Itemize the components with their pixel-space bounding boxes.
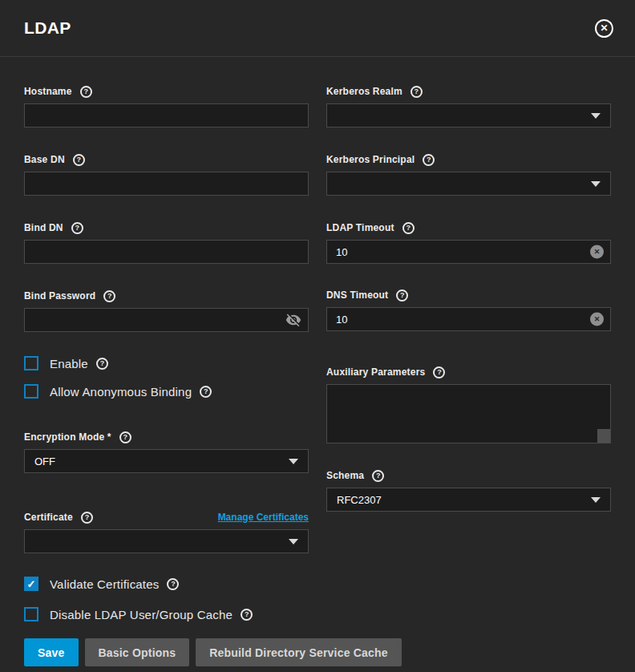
validate-certificates-label: Validate Certificates xyxy=(50,577,159,591)
bind-dn-label: Bind DN xyxy=(24,222,63,233)
certificate-field: Certificate ? Manage Certificates xyxy=(24,511,309,553)
help-icon[interactable]: ? xyxy=(80,86,92,98)
bind-password-input[interactable] xyxy=(24,308,309,332)
auxiliary-parameters-field: Auxiliary Parameters ? xyxy=(326,366,611,443)
help-icon[interactable]: ? xyxy=(73,154,85,166)
ldap-form: Hostname ? Base DN ? Bind DN xyxy=(0,57,635,621)
bind-dn-input[interactable] xyxy=(24,240,309,264)
help-icon[interactable]: ? xyxy=(423,154,435,166)
help-icon[interactable]: ? xyxy=(71,222,83,234)
clear-icon[interactable]: ✕ xyxy=(590,313,604,326)
schema-select[interactable]: RFC2307 xyxy=(326,488,611,512)
base-dn-input[interactable] xyxy=(24,172,309,196)
auxiliary-parameters-textarea[interactable] xyxy=(326,384,611,443)
bind-password-field: Bind Password ? xyxy=(24,289,309,332)
schema-label: Schema xyxy=(326,470,364,481)
basic-options-button[interactable]: Basic Options xyxy=(85,638,190,666)
kerberos-realm-label: Kerberos Realm xyxy=(326,86,402,97)
auxiliary-parameters-label: Auxiliary Parameters xyxy=(326,366,425,378)
allow-anonymous-binding-row[interactable]: Allow Anonymous Binding ? xyxy=(24,384,309,399)
hostname-input[interactable] xyxy=(24,103,309,128)
kerberos-principal-select[interactable] xyxy=(326,172,611,196)
chevron-down-icon xyxy=(289,539,298,544)
base-dn-label: Base DN xyxy=(24,154,65,165)
kerberos-principal-label: Kerberos Principal xyxy=(326,154,415,165)
help-icon[interactable]: ? xyxy=(96,358,108,370)
form-left-column: Hostname ? Base DN ? Bind DN xyxy=(24,85,309,621)
bind-password-label: Bind Password xyxy=(24,290,95,302)
validate-certificates-checkbox[interactable] xyxy=(24,577,38,591)
help-icon[interactable]: ? xyxy=(103,290,115,302)
clear-icon[interactable]: ✕ xyxy=(590,245,604,259)
help-icon[interactable]: ? xyxy=(167,578,179,590)
resize-handle[interactable] xyxy=(597,429,610,443)
help-icon[interactable]: ? xyxy=(81,512,93,524)
form-right-column: Kerberos Realm ? Kerberos Principal ? xyxy=(326,85,611,621)
help-icon[interactable]: ? xyxy=(241,609,253,621)
chevron-down-icon xyxy=(591,497,601,503)
help-icon[interactable]: ? xyxy=(119,431,131,443)
enable-label: Enable xyxy=(50,357,88,370)
visibility-off-icon[interactable] xyxy=(285,312,301,328)
ldap-timeout-label: LDAP Timeout xyxy=(326,222,394,233)
disable-ldap-cache-row[interactable]: Disable LDAP User/Group Cache ? xyxy=(24,607,309,621)
help-icon[interactable]: ? xyxy=(396,289,408,302)
allow-anonymous-binding-label: Allow Anonymous Binding xyxy=(50,385,192,399)
allow-anonymous-binding-checkbox[interactable] xyxy=(24,384,38,399)
close-icon[interactable]: ✕ xyxy=(595,19,613,38)
encryption-mode-field: Encryption Mode * ? OFF xyxy=(24,431,309,473)
enable-checkbox[interactable] xyxy=(24,356,38,370)
chevron-down-icon xyxy=(591,181,601,187)
dialog-header: LDAP ✕ xyxy=(0,0,635,57)
bind-dn-field: Bind DN ? xyxy=(24,221,309,264)
encryption-mode-select[interactable]: OFF xyxy=(24,449,309,473)
save-button[interactable]: Save xyxy=(24,638,79,666)
enable-checkbox-row[interactable]: Enable ? xyxy=(24,356,309,370)
hostname-label: Hostname xyxy=(24,86,72,97)
manage-certificates-link[interactable]: Manage Certificates xyxy=(218,512,309,523)
kerberos-realm-field: Kerberos Realm ? xyxy=(326,85,611,128)
ldap-dialog: LDAP ✕ Hostname ? Base DN ? xyxy=(0,0,635,672)
ldap-timeout-input[interactable] xyxy=(326,240,611,264)
dns-timeout-label: DNS Timeout xyxy=(326,289,388,301)
dns-timeout-input[interactable] xyxy=(326,307,611,331)
dialog-footer: Save Basic Options Rebuild Directory Ser… xyxy=(0,621,635,666)
help-icon[interactable]: ? xyxy=(200,386,212,398)
certificate-label: Certificate xyxy=(24,512,73,523)
encryption-mode-value: OFF xyxy=(34,455,55,468)
certificate-select[interactable] xyxy=(24,529,309,553)
rebuild-directory-service-cache-button[interactable]: Rebuild Directory Service Cache xyxy=(196,638,402,666)
base-dn-field: Base DN ? xyxy=(24,153,309,196)
help-icon[interactable]: ? xyxy=(402,222,415,234)
encryption-mode-label: Encryption Mode * xyxy=(24,431,111,443)
hostname-field: Hostname ? xyxy=(24,85,309,128)
chevron-down-icon xyxy=(289,459,298,464)
dns-timeout-field: DNS Timeout ? ✕ xyxy=(326,289,611,331)
help-icon[interactable]: ? xyxy=(433,366,445,379)
chevron-down-icon xyxy=(591,113,601,119)
help-icon[interactable]: ? xyxy=(411,86,423,98)
help-icon[interactable]: ? xyxy=(372,470,384,482)
kerberos-principal-field: Kerberos Principal ? xyxy=(326,153,611,196)
disable-ldap-cache-checkbox[interactable] xyxy=(24,607,38,621)
validate-certificates-row[interactable]: Validate Certificates ? xyxy=(24,577,309,591)
schema-field: Schema ? RFC2307 xyxy=(326,469,611,512)
ldap-timeout-field: LDAP Timeout ? ✕ xyxy=(326,221,611,264)
schema-value: RFC2307 xyxy=(337,494,382,506)
disable-ldap-cache-label: Disable LDAP User/Group Cache xyxy=(50,608,233,621)
page-title: LDAP xyxy=(24,18,71,38)
kerberos-realm-select[interactable] xyxy=(326,103,611,128)
